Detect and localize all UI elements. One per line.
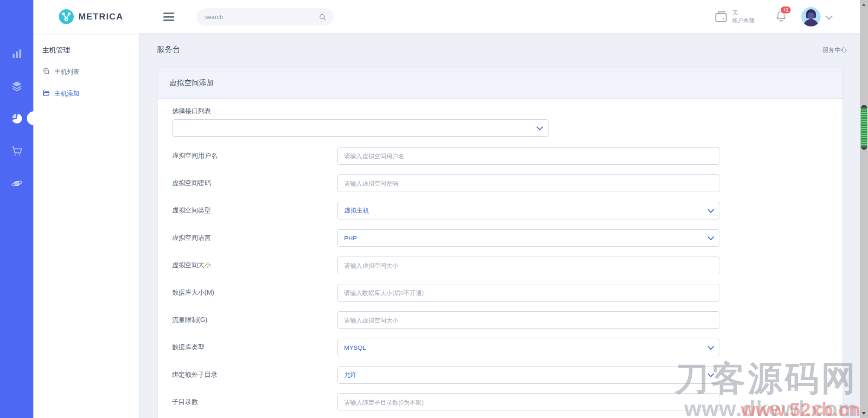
bar-chart-icon[interactable] (0, 37, 33, 70)
sidebar-item-label: 主机添加 (54, 90, 79, 98)
field-label: 数据库大小(M) (172, 289, 337, 297)
subdir-count-input[interactable] (337, 393, 720, 411)
field-label: 虚拟空间大小 (172, 261, 337, 270)
db-size-input[interactable] (337, 284, 720, 302)
card-title: 虚拟空间添加 (158, 68, 842, 99)
active-item-notch (27, 111, 41, 125)
wallet-icon (714, 10, 728, 24)
nav-section-title: 主机管理 (42, 46, 139, 55)
chevron-down-icon (708, 206, 714, 213)
secondary-sidebar: 主机管理 主机列表主机添加 (33, 33, 139, 418)
icon-sidebar (0, 0, 33, 418)
chevron-down-icon (708, 371, 714, 377)
form-row: 数据库类型MYSQL (172, 339, 842, 356)
form-row: 虚拟空间类型虚拟主机 (172, 202, 842, 219)
space-size-input[interactable] (337, 257, 720, 274)
traffic-limit-input[interactable] (337, 311, 720, 329)
field-label: 虚拟空间语言 (172, 234, 337, 242)
scroll-down-arrow[interactable] (862, 412, 866, 415)
field-control: MYSQL (337, 339, 720, 356)
user-avatar[interactable] (801, 7, 821, 26)
avatar-image (801, 7, 821, 26)
extra-subdir-select[interactable]: 允许 (337, 366, 720, 384)
field-label: 绑定额外子目录 (172, 371, 337, 379)
topbar-right: 元 账户余额 +1 (714, 7, 831, 26)
space-language-select[interactable]: PHP (337, 229, 720, 247)
field-label: 虚拟空间类型 (172, 206, 337, 215)
chevron-down-icon (536, 124, 543, 130)
metrica-logo-icon (58, 9, 74, 25)
page-head: 服务台 服务中心 (157, 44, 847, 55)
cart-icon[interactable] (0, 135, 33, 167)
sidebar-item-host-list[interactable]: 主机列表 (42, 67, 139, 77)
scrollbar-thumb[interactable] (861, 105, 867, 150)
form-row: 子目录数 (172, 393, 842, 411)
select-value: MYSQL (344, 344, 366, 351)
icon-sidebar-items (0, 0, 33, 199)
nav-items: 主机列表主机添加 (33, 67, 139, 98)
layers-icon[interactable] (0, 70, 33, 102)
search-icon[interactable] (319, 13, 326, 21)
select-value: 允许 (344, 371, 357, 379)
db-type-select[interactable]: MYSQL (337, 339, 720, 356)
space-type-select[interactable]: 虚拟主机 (337, 202, 720, 219)
topbar: METRICA 元 账户余额 (33, 0, 868, 33)
field-control (337, 284, 720, 302)
select-value: 虚拟主机 (344, 206, 369, 215)
field-control: 允许 (337, 366, 720, 384)
field-label: 虚拟空间密码 (172, 179, 337, 187)
form-row: 虚拟空间大小 (172, 257, 842, 274)
page-title: 服务台 (157, 44, 180, 55)
form-row: 流量限制(G) (172, 311, 842, 329)
folder-open-icon (42, 89, 50, 98)
username-input[interactable] (337, 147, 720, 165)
vertical-scrollbar[interactable] (860, 0, 868, 418)
field-label: 选择接口列表 (172, 107, 842, 116)
balance-label: 账户余额 (732, 17, 754, 25)
chevron-down-icon (708, 234, 714, 240)
search-input[interactable] (204, 13, 319, 21)
planet-icon[interactable] (0, 167, 33, 199)
password-input[interactable] (337, 174, 720, 192)
form-row: 数据库大小(M) (172, 284, 842, 302)
field-label: 子目录数 (172, 398, 337, 406)
field-control (337, 311, 720, 329)
service-center-link[interactable]: 服务中心 (823, 46, 847, 54)
field-label: 流量限制(G) (172, 316, 337, 324)
interface-select[interactable] (172, 119, 549, 137)
field-control (337, 147, 720, 165)
field-control (337, 393, 720, 411)
sidebar-item-host-add[interactable]: 主机添加 (42, 89, 139, 98)
form-row: 虚拟空间语言PHP (172, 229, 842, 247)
balance-unit: 元 (732, 9, 754, 17)
field-label: 虚拟空间用户名 (172, 152, 337, 160)
chevron-down-icon (708, 343, 714, 350)
form-row: 绑定额外子目录允许 (172, 366, 842, 384)
account-balance[interactable]: 元 账户余额 (714, 9, 754, 25)
copy-icon (42, 67, 50, 77)
balance-text: 元 账户余额 (732, 9, 754, 25)
virtual-space-card: 虚拟空间添加 选择接口列表虚拟空间用户名虚拟空间密码虚拟空间类型虚拟主机虚拟空间… (158, 68, 842, 418)
field-control: 虚拟主机 (337, 202, 720, 219)
form-row: 虚拟空间用户名 (172, 147, 842, 165)
app-root: METRICA 元 账户余额 (0, 0, 868, 418)
select-value: PHP (344, 235, 357, 242)
sidebar-item-label: 主机列表 (54, 68, 79, 76)
form-row: 虚拟空间密码 (172, 174, 842, 192)
brand-name: METRICA (78, 12, 123, 22)
notification-badge: +1 (780, 6, 791, 14)
menu-toggle-button[interactable] (163, 13, 174, 21)
field-label: 数据库类型 (172, 343, 337, 352)
scroll-up-arrow[interactable] (862, 3, 866, 6)
field-control: PHP (337, 229, 720, 247)
virtual-space-form: 选择接口列表虚拟空间用户名虚拟空间密码虚拟空间类型虚拟主机虚拟空间语言PHP虚拟… (158, 99, 842, 411)
brand-logo[interactable]: METRICA (58, 9, 123, 25)
chevron-down-icon[interactable] (825, 13, 833, 20)
field-control (337, 257, 720, 274)
search-box (197, 8, 334, 26)
notifications-button[interactable]: +1 (775, 10, 787, 24)
field-control (337, 174, 720, 192)
